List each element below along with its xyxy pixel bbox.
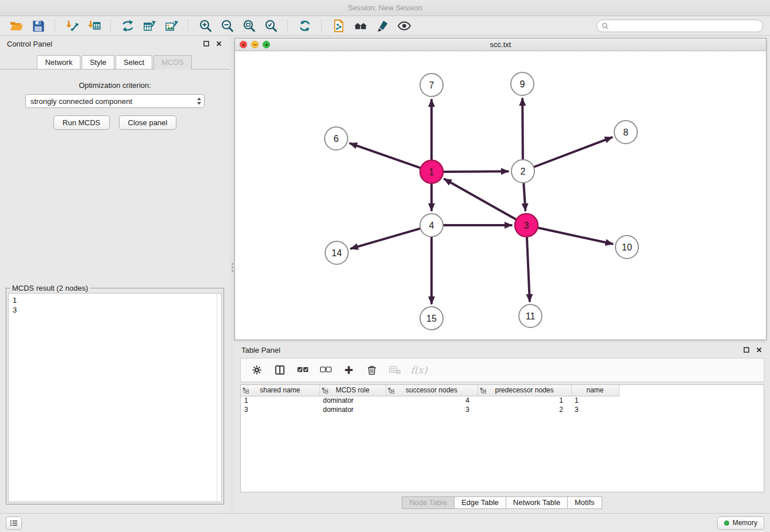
show-columns-button[interactable] xyxy=(270,360,290,380)
tab-style[interactable]: Style xyxy=(82,55,114,69)
zoom-fit-button[interactable] xyxy=(240,18,258,34)
delete-table-button[interactable] xyxy=(384,360,405,380)
run-mcds-button[interactable]: Run MCDS xyxy=(53,115,110,130)
panel-splitter[interactable] xyxy=(230,36,234,513)
graph-edge-3-11[interactable] xyxy=(527,237,530,301)
window-titlebar: Session: New Session xyxy=(0,0,770,16)
result-scrollbar[interactable] xyxy=(217,294,221,502)
table-row-1[interactable]: 1 dominator 4 1 1 xyxy=(241,396,619,405)
refresh-button[interactable] xyxy=(295,18,314,34)
main-toolbar xyxy=(0,17,770,36)
column-header-mcds-role[interactable]: MCDS role xyxy=(319,385,386,396)
cell-successor-nodes[interactable]: 3 xyxy=(386,405,478,414)
window-controls xyxy=(240,41,270,48)
plus-icon xyxy=(342,364,355,376)
tab-select[interactable]: Select xyxy=(116,55,152,69)
network-graph[interactable]: 7968124314101511 xyxy=(235,51,766,340)
table-row-2[interactable]: 3 dominator 3 2 3 xyxy=(241,405,619,414)
cell-predecessor-nodes[interactable]: 1 xyxy=(478,396,571,405)
tab-network-table[interactable]: Network Table xyxy=(506,496,568,509)
column-header-predecessor-nodes[interactable]: predecessor nodes xyxy=(478,385,571,396)
tab-mcds[interactable]: MCDS xyxy=(153,55,191,70)
close-table-panel-button[interactable] xyxy=(755,346,763,354)
tab-node-table[interactable]: Node Table xyxy=(402,496,455,509)
cell-predecessor-nodes[interactable]: 2 xyxy=(478,405,571,414)
zoom-in-button[interactable] xyxy=(196,18,214,34)
duplicate-network-button[interactable] xyxy=(329,18,348,34)
export-table-button[interactable] xyxy=(140,18,159,34)
graph-edge-3-10[interactable] xyxy=(538,228,613,244)
deselect-all-button[interactable] xyxy=(315,360,336,380)
cell-shared-name[interactable]: 3 xyxy=(241,405,319,414)
column-header-shared-name[interactable]: shared name xyxy=(241,385,319,396)
delete-column-button[interactable] xyxy=(361,360,382,380)
save-session-button[interactable] xyxy=(29,18,47,34)
zoom-out-button[interactable] xyxy=(218,18,236,34)
graph-node-label-1: 1 xyxy=(429,167,434,177)
search-field[interactable] xyxy=(596,20,763,32)
tab-motifs[interactable]: Motifs xyxy=(567,496,602,509)
column-tree-icon xyxy=(322,387,328,395)
close-window-button[interactable] xyxy=(240,41,247,48)
mcds-result-box: MCDS result (2 nodes) 1 3 xyxy=(6,284,224,504)
graph-edge-2-8[interactable] xyxy=(534,137,612,167)
tab-edge-table[interactable]: Edge Table xyxy=(454,496,506,509)
import-table-button[interactable] xyxy=(84,18,103,34)
zoom-selected-button[interactable] xyxy=(261,18,280,34)
style-brush-button[interactable] xyxy=(373,18,391,34)
close-panel-button[interactable] xyxy=(215,40,223,48)
toolbar-separator xyxy=(55,19,55,33)
minimize-window-button[interactable] xyxy=(251,41,259,48)
graph-edge-3-1[interactable] xyxy=(445,179,516,219)
paint-brush-icon xyxy=(375,19,390,33)
node-table-container: shared name MCDS role successor nodes pr… xyxy=(240,384,764,492)
select-all-button[interactable] xyxy=(292,360,313,380)
graph-edge-1-6[interactable] xyxy=(351,144,421,168)
column-tree-icon xyxy=(388,387,394,395)
apps-home-button[interactable] xyxy=(351,18,369,34)
show-hide-view-button[interactable] xyxy=(395,18,413,34)
export-image-button[interactable] xyxy=(162,18,180,34)
network-canvas[interactable]: 7968124314101511 xyxy=(235,51,766,340)
graph-edge-2-3[interactable] xyxy=(523,183,525,210)
cell-shared-name[interactable]: 1 xyxy=(241,396,319,405)
task-history-button[interactable] xyxy=(6,516,22,530)
close-icon xyxy=(216,41,222,47)
control-panel: Control Panel Network Style Select MCDS … xyxy=(0,36,230,513)
graph-edge-1-2[interactable] xyxy=(444,171,508,172)
graph-edge-4-14[interactable] xyxy=(351,229,420,249)
cell-name[interactable]: 3 xyxy=(571,405,619,414)
close-panel-action-button[interactable]: Close panel xyxy=(119,115,177,130)
table-settings-button[interactable] xyxy=(247,360,267,380)
float-table-panel-button[interactable] xyxy=(742,346,750,354)
column-header-successor-nodes[interactable]: successor nodes xyxy=(386,385,478,396)
criterion-dropdown[interactable]: strongly connected component xyxy=(25,94,205,108)
cell-mcds-role[interactable]: dominator xyxy=(319,396,386,405)
import-network-button[interactable] xyxy=(63,18,81,34)
mcds-result-list[interactable]: 1 3 xyxy=(8,293,222,502)
cell-mcds-role[interactable]: dominator xyxy=(319,405,386,414)
close-icon xyxy=(756,347,762,353)
open-session-button[interactable] xyxy=(7,18,25,34)
cell-name[interactable]: 1 xyxy=(571,396,619,405)
tab-network[interactable]: Network xyxy=(37,55,80,69)
maximize-window-button[interactable] xyxy=(263,41,270,48)
cell-successor-nodes[interactable]: 4 xyxy=(386,396,478,405)
network-window-titlebar[interactable]: scc.txt xyxy=(235,38,766,51)
float-window-icon xyxy=(203,41,209,47)
column-label: shared name xyxy=(260,386,300,394)
trash-icon xyxy=(365,364,378,376)
column-header-name[interactable]: name xyxy=(571,385,619,396)
gear-icon xyxy=(251,364,263,376)
optimization-criterion-label: Optimization criterion: xyxy=(0,81,230,90)
function-builder-button[interactable]: f(x) xyxy=(407,360,428,380)
column-label: MCDS role xyxy=(336,386,369,394)
export-network-button[interactable] xyxy=(118,18,137,34)
search-input[interactable] xyxy=(612,22,758,30)
memory-status-icon xyxy=(724,521,729,526)
column-tree-icon xyxy=(242,387,249,395)
float-panel-button[interactable] xyxy=(202,40,210,48)
add-column-button[interactable] xyxy=(338,360,359,380)
memory-button[interactable]: Memory xyxy=(717,516,764,530)
graph-edge-2-9[interactable] xyxy=(522,99,523,159)
